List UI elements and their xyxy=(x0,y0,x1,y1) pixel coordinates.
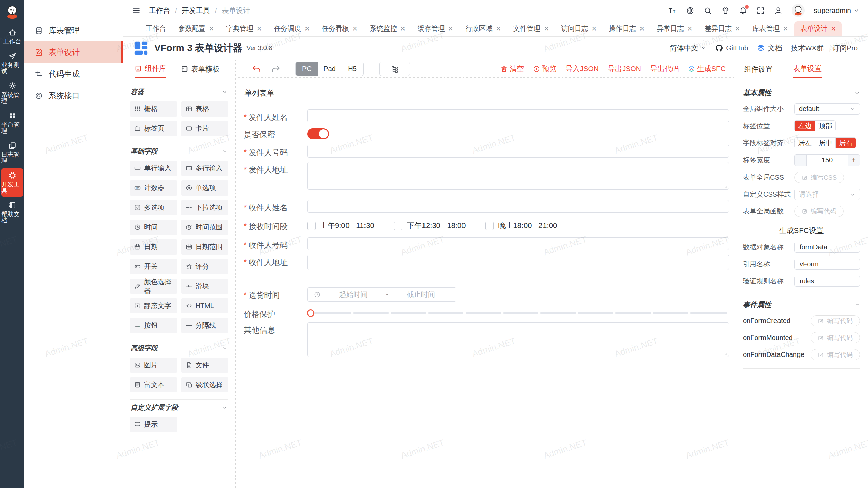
slider-handle[interactable] xyxy=(307,309,314,317)
user-menu[interactable]: superadmin xyxy=(814,6,859,15)
widget-item[interactable]: 时间范围 xyxy=(181,220,229,235)
widget-item[interactable]: 级联选择 xyxy=(181,377,229,392)
sidebar-item-table-mgmt[interactable]: 库表管理 xyxy=(24,20,123,41)
widget-item[interactable]: 栅格 xyxy=(130,101,177,117)
checkbox[interactable] xyxy=(394,222,402,230)
widget-item[interactable]: 评分 xyxy=(181,259,229,274)
close-icon[interactable]: ✕ xyxy=(209,26,214,32)
widget-item[interactable]: 静态文字 xyxy=(130,298,177,313)
export-json-button[interactable]: 导出JSON xyxy=(608,64,641,74)
widget-item[interactable]: 多行输入 xyxy=(181,161,229,176)
widget-item[interactable]: 日期范围 xyxy=(181,239,229,255)
rules-name-input[interactable] xyxy=(794,276,860,287)
tab-file-mgmt[interactable]: 文件管理✕ xyxy=(507,21,555,36)
tab-form-design[interactable]: 表单设计✕ xyxy=(794,21,842,36)
tab-workbench[interactable]: 工作台 xyxy=(140,21,172,36)
widget-item[interactable]: 单行输入 xyxy=(130,161,177,176)
redo-icon[interactable] xyxy=(271,64,280,74)
tab-widget-settings[interactable]: 组件设置 xyxy=(744,60,773,78)
tab-form-settings[interactable]: 表单设置 xyxy=(793,60,822,78)
widget-item[interactable]: 单选项 xyxy=(181,180,229,196)
notification-icon[interactable] xyxy=(739,6,747,15)
form-field-sender-phone[interactable]: 发件人号码 xyxy=(244,145,729,158)
section-container[interactable]: 容器 xyxy=(131,87,228,97)
slider-track[interactable] xyxy=(311,312,727,314)
tab-task-schedule[interactable]: 任务调度✕ xyxy=(268,21,316,36)
tab-exception-log[interactable]: 异常日志✕ xyxy=(651,21,698,36)
form-field-receive-period[interactable]: 接收时间段 上午9:00 - 11:30 下午12:30 - 18:00 晚上1… xyxy=(244,219,729,232)
text-input[interactable] xyxy=(307,237,729,250)
text-input[interactable] xyxy=(307,200,729,213)
close-icon[interactable]: ✕ xyxy=(639,26,645,32)
label-position-left-button[interactable]: 左边 xyxy=(795,121,815,131)
device-h5-button[interactable]: H5 xyxy=(341,62,363,76)
font-size-icon[interactable] xyxy=(668,6,677,15)
tab-form-templates[interactable]: 表单模板 xyxy=(181,60,220,78)
form-field-receiver-address[interactable]: 收件人地址 xyxy=(244,255,729,270)
search-icon[interactable] xyxy=(704,6,712,15)
edit-css-button[interactable]: 编写CSS xyxy=(794,172,844,183)
breadcrumb-item[interactable]: 工作台 xyxy=(149,6,170,15)
widget-item[interactable]: 滑块 xyxy=(181,279,229,294)
close-icon[interactable]: ✕ xyxy=(448,26,453,32)
sidebar-item-log-mgmt[interactable]: 日志管理 xyxy=(1,139,23,167)
import-json-button[interactable]: 导入JSON xyxy=(566,64,599,74)
language-select[interactable]: 简体中文 xyxy=(670,43,706,53)
checkbox[interactable] xyxy=(485,222,494,230)
form-field-sender-address[interactable]: 发件人地址 xyxy=(244,162,729,190)
section-custom-fields[interactable]: 自定义扩展字段 xyxy=(131,403,228,412)
tab-cache-mgmt[interactable]: 缓存管理✕ xyxy=(411,21,459,36)
section-basic-props[interactable]: 基本属性 xyxy=(743,88,860,98)
decrease-button[interactable]: − xyxy=(795,155,806,166)
export-code-button[interactable]: 导出代码 xyxy=(650,64,679,74)
form-field-price-protection[interactable]: 价格保护 xyxy=(244,306,729,320)
sidebar-item-help-docs[interactable]: 帮助文档 xyxy=(1,198,23,226)
tab-param-config[interactable]: 参数配置✕ xyxy=(172,21,220,36)
tab-sys-monitor[interactable]: 系统监控✕ xyxy=(363,21,411,36)
close-icon[interactable]: ✕ xyxy=(687,26,692,32)
sidebar-item-platform-mgmt[interactable]: 平台管理 xyxy=(1,109,23,137)
breadcrumb-item[interactable]: 开发工具 xyxy=(182,6,210,15)
checkbox-option[interactable]: 下午12:30 - 18:00 xyxy=(394,221,466,231)
textarea-input[interactable] xyxy=(307,322,729,357)
edit-code-button[interactable]: 编写代码 xyxy=(794,206,844,217)
section-event-props[interactable]: 事件属性 xyxy=(743,300,860,309)
close-icon[interactable]: ✕ xyxy=(735,26,740,32)
widget-item[interactable]: 图片 xyxy=(130,358,177,373)
widget-item[interactable]: 分隔线 xyxy=(181,318,229,333)
form-field-secret[interactable]: 是否保密 xyxy=(244,127,729,140)
label-position-top-button[interactable]: 顶部 xyxy=(815,121,835,131)
widget-item[interactable]: 提示 xyxy=(130,417,177,432)
time-range-picker[interactable]: 起始时间 - 截止时间 xyxy=(307,287,456,302)
clear-button[interactable]: 清空 xyxy=(500,64,524,74)
text-input[interactable] xyxy=(307,109,729,122)
close-icon[interactable]: ✕ xyxy=(352,26,357,32)
tab-dict-mgmt[interactable]: 字典管理✕ xyxy=(220,21,268,36)
checkbox[interactable] xyxy=(307,222,316,230)
close-icon[interactable]: ✕ xyxy=(304,26,310,32)
widget-item[interactable]: 开关 xyxy=(130,259,177,274)
tab-op-log[interactable]: 操作日志✕ xyxy=(603,21,651,36)
sidebar-item-form-design[interactable]: 表单设计 xyxy=(24,41,123,63)
widget-item[interactable]: 文件 xyxy=(181,358,229,373)
subscribe-pro-link[interactable]: 订阅Pro xyxy=(832,43,858,53)
section-basic-fields[interactable]: 基础字段 xyxy=(131,147,228,156)
edit-code-button[interactable]: 编写代码 xyxy=(811,315,860,326)
tab-access-log[interactable]: 访问日志✕ xyxy=(555,21,603,36)
align-center-button[interactable]: 居中 xyxy=(815,138,835,148)
resize-handle-icon[interactable] xyxy=(723,351,728,355)
widget-item[interactable]: 富文本 xyxy=(130,377,177,392)
close-icon[interactable]: ✕ xyxy=(544,26,549,32)
widget-item[interactable]: 按钮 xyxy=(130,318,177,333)
widget-item[interactable]: 下拉选项 xyxy=(181,200,229,215)
widget-item[interactable]: 计数器 xyxy=(130,180,177,196)
resize-handle-icon[interactable] xyxy=(723,184,728,188)
close-icon[interactable]: ✕ xyxy=(257,26,262,32)
theme-icon[interactable] xyxy=(721,6,730,15)
form-canvas[interactable]: 单列表单 发件人姓名 是否保密 发件人号码 发件人地址 xyxy=(236,78,734,488)
language-icon[interactable] xyxy=(686,6,694,15)
docs-link[interactable]: 文档 xyxy=(757,43,782,53)
generate-sfc-button[interactable]: 生成SFC xyxy=(688,64,726,74)
widget-item[interactable]: 标签页 xyxy=(130,121,177,136)
close-icon[interactable]: ✕ xyxy=(400,26,405,32)
